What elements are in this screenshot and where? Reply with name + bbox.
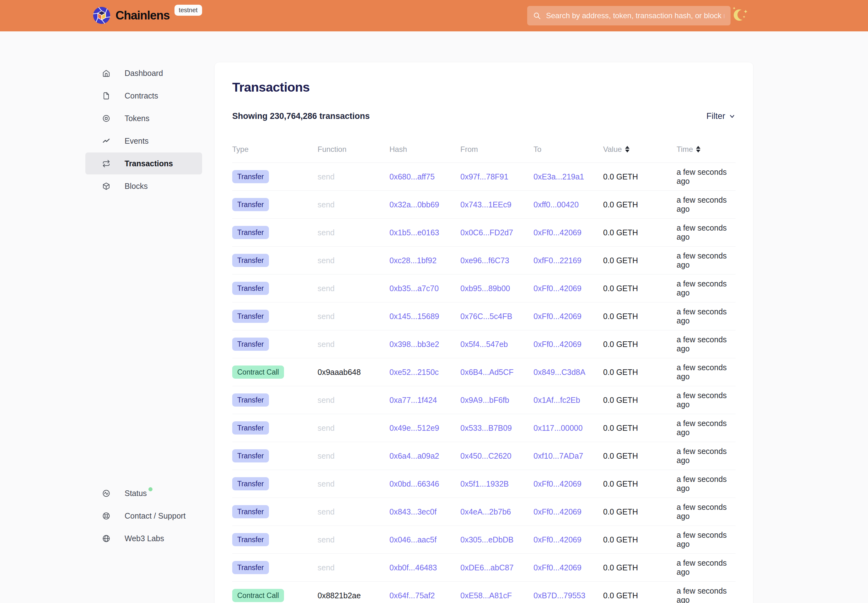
to-address-link[interactable]: 0xf10...7ADa7 (534, 451, 583, 460)
hash-link[interactable]: 0x1b5...e0163 (390, 228, 439, 237)
sidebar-footer-nav: StatusContact / SupportWeb3 Labs (85, 482, 202, 550)
from-address-link[interactable]: 0x5f1...1932B (460, 479, 509, 488)
web3-labs-icon (102, 534, 110, 543)
sidebar-item-label: Contracts (125, 91, 158, 100)
column-header-time[interactable]: Time (676, 145, 736, 154)
from-address-link[interactable]: 0x533...B7B09 (460, 424, 512, 432)
value-text: 0.0 GETH (603, 256, 638, 265)
to-address-link[interactable]: 0x849...C3d8A (534, 368, 585, 376)
search-input[interactable] (545, 11, 725, 20)
hash-link[interactable]: 0xb35...a7c70 (390, 284, 439, 293)
table-row: Contract Call0x9aaab6480xe52...2150c0x6B… (232, 358, 736, 386)
to-address-link[interactable]: 0x1Af...fc2Eb (534, 396, 580, 404)
from-address-link[interactable]: 0x743...1EEc9 (460, 200, 512, 209)
dark-mode-toggle[interactable]: ✦ ✦ ✦ (734, 8, 750, 23)
function-label: send (317, 479, 334, 488)
table-row: Transfersend0xb0f...464830xDE6...abC870x… (232, 554, 736, 582)
hash-link[interactable]: 0x046...aac5f (390, 535, 436, 544)
to-address-link[interactable]: 0xfF0...22169 (534, 256, 582, 265)
hash-link[interactable]: 0xb0f...46483 (390, 563, 437, 572)
sparkle-icon: ✦ (743, 15, 746, 19)
value-text: 0.0 GETH (603, 591, 638, 600)
sidebar-item-status[interactable]: Status (85, 482, 202, 504)
sidebar-item-transactions[interactable]: Transactions (85, 153, 202, 175)
sidebar-item-web3-labs[interactable]: Web3 Labs (85, 527, 202, 549)
function-label: send (317, 563, 334, 572)
from-address-link[interactable]: 0xE58...A81cF (460, 591, 512, 600)
sidebar-item-dashboard[interactable]: Dashboard (85, 62, 202, 84)
to-address-link[interactable]: 0x117...00000 (534, 424, 583, 432)
hash-link[interactable]: 0x0bd...66346 (390, 479, 439, 488)
chevron-down-icon (729, 113, 736, 120)
type-badge: Transfer (232, 337, 269, 351)
to-address-link[interactable]: 0xFf0...42069 (534, 507, 582, 516)
brand[interactable]: Chainlens testnet (93, 6, 202, 25)
from-address-link[interactable]: 0x5f4...547eb (460, 340, 508, 349)
sidebar-item-contracts[interactable]: Contracts (85, 85, 202, 107)
sort-icon[interactable] (696, 146, 701, 153)
to-address-link[interactable]: 0xFf0...42069 (534, 479, 582, 488)
type-badge: Contract Call (232, 589, 284, 602)
sparkle-icon: ✦ (743, 8, 748, 15)
hash-link[interactable]: 0x398...bb3e2 (390, 340, 439, 349)
filter-button[interactable]: Filter (706, 111, 736, 121)
from-address-link[interactable]: 0x305...eDbDB (460, 535, 514, 544)
from-address-link[interactable]: 0x76C...5c4FB (460, 312, 512, 321)
sidebar-item-tokens[interactable]: Tokens (85, 107, 202, 129)
table-row: Transfersend0x843...3ec0f0x4eA...2b7b60x… (232, 498, 736, 526)
sidebar-item-label: Status (125, 489, 147, 498)
hash-link[interactable]: 0x49e...512e9 (390, 424, 439, 432)
from-address-link[interactable]: 0x450...C2620 (460, 451, 512, 460)
brand-name: Chainlens (116, 9, 170, 22)
hash-link[interactable]: 0x64f...75af2 (390, 591, 435, 600)
column-label: Value (603, 145, 622, 154)
from-address-link[interactable]: 0xb95...89b00 (460, 284, 510, 293)
to-address-link[interactable]: 0xB7D...79553 (534, 591, 585, 600)
sidebar-item-contact-support[interactable]: Contact / Support (85, 505, 202, 527)
to-address-link[interactable]: 0xFf0...42069 (534, 312, 582, 321)
to-address-link[interactable]: 0xff0...00420 (534, 200, 579, 209)
hash-link[interactable]: 0x680...aff75 (390, 172, 435, 181)
function-label: 0x8821b2ae (317, 591, 361, 600)
to-address-link[interactable]: 0xFf0...42069 (534, 284, 582, 293)
function-label: send (317, 451, 334, 460)
time-text: a few seconds ago (676, 558, 727, 576)
hash-link[interactable]: 0xa77...1f424 (390, 396, 437, 404)
hash-link[interactable]: 0x145...15689 (390, 312, 439, 321)
to-address-link[interactable]: 0xFf0...42069 (534, 228, 582, 237)
from-address-link[interactable]: 0x0C6...FD2d7 (460, 228, 513, 237)
hash-link[interactable]: 0x6a4...a09a2 (390, 451, 439, 460)
table-row: Transfersend0x046...aac5f0x305...eDbDB0x… (232, 526, 736, 554)
hash-link[interactable]: 0x843...3ec0f (390, 507, 436, 516)
hash-link[interactable]: 0x32a...0bb69 (390, 200, 439, 209)
sidebar-item-blocks[interactable]: Blocks (85, 175, 202, 197)
from-address-link[interactable]: 0x6B4...Ad5CF (460, 368, 514, 376)
function-label: send (317, 424, 334, 432)
from-address-link[interactable]: 0x97f...78F91 (460, 172, 508, 181)
function-label: send (317, 507, 334, 516)
to-address-link[interactable]: 0xFf0...42069 (534, 563, 582, 572)
hash-link[interactable]: 0xe52...2150c (390, 368, 439, 376)
sort-icon[interactable] (625, 146, 630, 153)
table-row: Transfersend0x145...156890x76C...5c4FB0x… (232, 302, 736, 330)
from-address-link[interactable]: 0xe96...f6C73 (460, 256, 509, 265)
hash-link[interactable]: 0xc28...1bf92 (390, 256, 436, 265)
to-address-link[interactable]: 0xFf0...42069 (534, 535, 582, 544)
from-address-link[interactable]: 0x4eA...2b7b6 (460, 507, 511, 516)
from-address-link[interactable]: 0xDE6...abC87 (460, 563, 514, 572)
sidebar-item-events[interactable]: Events (85, 130, 202, 152)
table-row: Transfersend0xa77...1f4240x9A9...bF6fb0x… (232, 386, 736, 414)
value-text: 0.0 GETH (603, 368, 638, 376)
column-header-value[interactable]: Value (603, 145, 676, 154)
time-text: a few seconds ago (676, 279, 727, 297)
to-address-link[interactable]: 0xFf0...42069 (534, 340, 582, 349)
table-row: Transfersend0x680...aff750x97f...78F910x… (232, 163, 736, 191)
value-text: 0.0 GETH (603, 284, 638, 293)
from-address-link[interactable]: 0x9A9...bF6fb (460, 396, 509, 404)
status-icon (102, 489, 110, 498)
table-row: Transfersend0xb35...a7c700xb95...89b000x… (232, 275, 736, 302)
to-address-link[interactable]: 0xE3a...219a1 (534, 172, 584, 181)
time-text: a few seconds ago (676, 419, 727, 437)
global-search[interactable] (527, 6, 730, 25)
table-row: Transfersend0x0bd...663460x5f1...1932B0x… (232, 470, 736, 498)
